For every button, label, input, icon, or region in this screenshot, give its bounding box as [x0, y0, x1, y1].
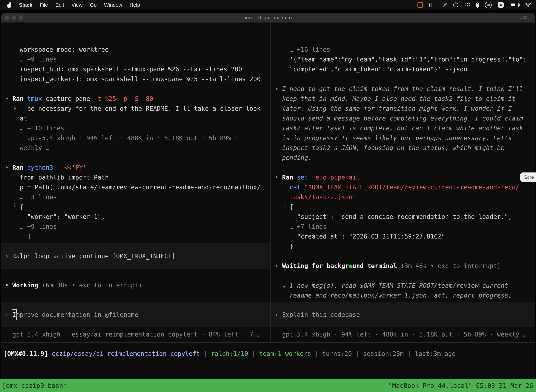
text-segment: "$OMX_TEAM_STATE_ROOT/team/review-curren…	[304, 184, 519, 191]
terminal-line: cat "$OMX_TEAM_STATE_ROOT/team/review-cu…	[275, 182, 535, 192]
terminal-line: pending.	[275, 153, 535, 163]
text-segment: capture-pane	[46, 95, 94, 102]
app-menu-slack[interactable]: Slack	[19, 2, 32, 8]
text-segment: •	[5, 282, 12, 289]
ralph-loop-banner: › Ralph loop active continue [OMX_TMUX_I…	[1, 243, 270, 269]
minimize-button[interactable]	[12, 15, 16, 20]
round-app-icon[interactable]	[453, 2, 458, 7]
terminal-line: readme-and-reco/mailbox/worker-1.json, a…	[275, 290, 535, 300]
text-segment: set	[297, 174, 312, 181]
terminal-line: inspect task2's JSON, focusing on the st…	[275, 143, 535, 153]
prompt-input-right[interactable]: › Explain this codebase	[271, 302, 535, 327]
text-segment: inspect_hud: omx sparkshell --tmux-pane …	[5, 66, 242, 73]
key-icon[interactable]	[476, 2, 479, 8]
menu-item[interactable]: Help	[129, 2, 140, 8]
menu-item[interactable]: Window	[104, 2, 122, 8]
menu-item[interactable]: File	[40, 2, 48, 8]
text-segment: {	[20, 203, 23, 210]
text-segment: ●	[349, 262, 352, 269]
terminal-line: at	[5, 113, 270, 123]
text-segment: inspect task2's JSON, focusing on the st…	[275, 144, 504, 151]
window-titlebar[interactable]: omx --xhigh --madmax ⌥⌘1	[1, 13, 535, 23]
text-segment: tmux	[27, 95, 46, 102]
blue-app-icon[interactable]	[442, 3, 447, 7]
text-segment: (6m 38s • esc to interrupt)	[42, 282, 142, 289]
terminal-window: omx --xhigh --madmax ⌥⌘1 workspace_mode:…	[1, 13, 535, 392]
text-segment: … +110 lines	[5, 125, 64, 132]
text-segment: cczip/essay/ai-reimplementation-copyleft	[52, 350, 200, 357]
text-segment: und terminal	[353, 262, 401, 269]
traffic-lights	[1, 15, 23, 20]
terminal-line	[275, 74, 535, 84]
prompt-input-left[interactable]: › Improve documentation in @filename	[1, 302, 270, 327]
terminal-line: }	[275, 241, 535, 251]
terminal-line: • Waiting for backgr●und terminal (3m 46…	[275, 261, 535, 271]
text-segment: ›	[5, 251, 12, 261]
text-segment: keep that in mind. Maybe I also need the…	[275, 95, 516, 102]
apple-menu-icon[interactable]	[7, 2, 12, 8]
text-segment: -	[57, 164, 64, 171]
terminal-line: weekly …	[5, 143, 270, 153]
terminal-line: task2 after task1 is complete, but can I…	[275, 123, 535, 133]
text-segment: … +16 lines	[275, 46, 330, 53]
text-segment: |	[200, 350, 211, 357]
menu-item[interactable]: Go	[90, 2, 97, 8]
text-segment: mprove documentation in @filename	[16, 310, 138, 320]
text-segment: └	[275, 203, 289, 210]
terminal-line: '{"team_name":"my-team","task_id":"1","f…	[275, 54, 535, 64]
screen-share-popup[interactable]: Scre	[520, 173, 536, 182]
text-segment: gpt-5.4 xhigh · 94% left · 488K in · 5.1…	[5, 135, 239, 142]
text-segment: ›	[275, 310, 282, 320]
gauge-icon[interactable]: .61	[485, 2, 492, 8]
tmux-session-label: [omx-cczip0:bash*	[2, 382, 67, 389]
terminal-line: tasks/task-2.json"	[275, 192, 535, 202]
text-segment: •	[5, 164, 12, 171]
keyboard-input-icon[interactable]: A	[498, 2, 504, 8]
text-segment: at	[5, 115, 27, 122]
terminal-line: p = Path('.omx/state/team/review-current…	[5, 182, 270, 192]
terminal-line: gpt-5.4 xhigh · 94% left · 488K in · 5.1…	[5, 133, 270, 143]
terminal-line	[275, 251, 535, 261]
terminal-line: is in progress? It seems likely but perh…	[275, 133, 535, 143]
text-segment: from pathlib import Path	[5, 174, 109, 181]
model-status-left: gpt-5.4 xhigh · essay/ai-reimplementatio…	[5, 330, 261, 339]
text-segment: turns:20	[322, 350, 352, 357]
menu-item[interactable]: View	[72, 2, 82, 8]
text-segment: last:3m ago	[415, 350, 456, 357]
terminal-pane-left[interactable]: workspace_mode: worktree … +9 lines insp…	[1, 23, 270, 342]
terminal-pane-right[interactable]: … +16 lines '{"team_name":"my-team","tas…	[271, 23, 535, 342]
terminal-line: keep that in mind. Maybe I also need the…	[275, 94, 535, 104]
text-segment: pending.	[275, 154, 312, 161]
menu-item[interactable]: Edit	[55, 2, 64, 8]
window-title: omx --xhigh --madmax	[1, 15, 535, 20]
battery-icon[interactable]	[510, 3, 519, 7]
screen-record-icon[interactable]	[417, 2, 423, 8]
terminal-line: "worker": "worker-1",	[5, 212, 270, 222]
text-segment: ]	[5, 233, 31, 240]
screen: Slack FileEditViewGoWindowHelp .61 A	[0, 0, 536, 392]
text-segment: Ralph loop active continue [OMX_TMUX_INJ…	[12, 251, 175, 261]
terminal-line: "completed","claim_token":"claim-token"}…	[275, 64, 535, 74]
terminal-line: • Ran python3 - <<'PY'	[5, 163, 270, 173]
app-grid-icon[interactable]	[464, 2, 470, 7]
tmux-panes: workspace_mode: worktree … +9 lines insp…	[1, 23, 535, 342]
text-segment: '{"team_name":"my-team","task_id":"1","f…	[275, 56, 527, 63]
text-segment: Explain this codebase	[282, 310, 360, 320]
window-grid-icon[interactable]	[429, 3, 436, 7]
text-segment: be necessary for the end of the README. …	[27, 105, 261, 112]
text-segment: Waiting for backgr	[282, 262, 349, 269]
text-segment: <<'PY'	[64, 164, 86, 171]
text-segment: cat	[289, 184, 304, 191]
zoom-button[interactable]	[19, 15, 23, 20]
wifi-icon[interactable]	[525, 3, 531, 7]
text-segment: python3	[27, 164, 57, 171]
text-segment: … +9 lines	[5, 223, 57, 230]
terminal-line: └ {	[5, 202, 270, 212]
working-status-line: • Working (6m 38s • esc to interrupt)	[5, 280, 142, 290]
text-segment: tasks/task-2.json"	[289, 194, 356, 201]
text-segment: weekly …	[5, 144, 49, 151]
close-button[interactable]	[5, 15, 9, 20]
text-segment: ›	[5, 310, 12, 320]
terminal-line	[5, 84, 270, 94]
text-segment	[275, 194, 289, 201]
